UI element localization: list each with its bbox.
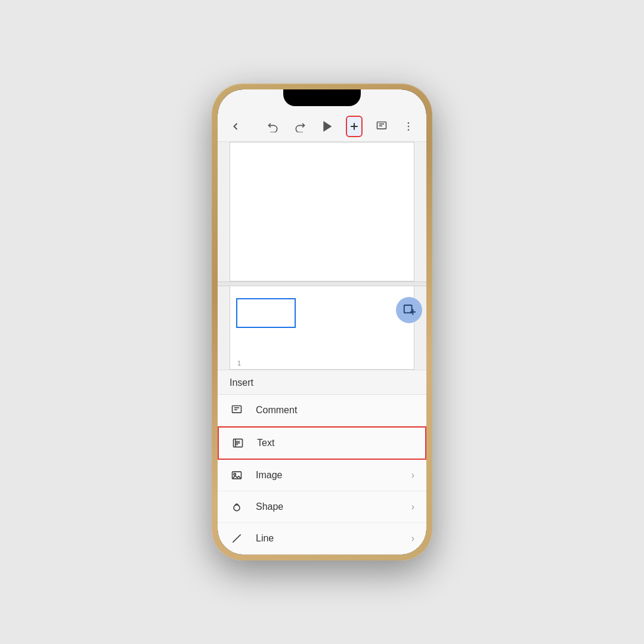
add-button[interactable] <box>346 116 363 137</box>
redo-button[interactable] <box>292 116 308 137</box>
more-icon <box>402 120 414 132</box>
add-slide-icon <box>402 304 416 317</box>
page-number: 1 <box>237 360 241 367</box>
slide-bottom[interactable]: 1 <box>230 286 414 370</box>
image-label: Image <box>256 470 400 481</box>
phone-frame: 1 Insert <box>212 83 432 561</box>
image-chevron-icon: › <box>411 470 414 481</box>
screen: 1 Insert <box>218 89 426 555</box>
svg-point-21 <box>234 473 236 475</box>
redo-icon <box>294 120 306 132</box>
back-button[interactable] <box>227 116 243 137</box>
slide-page-main[interactable] <box>230 142 414 281</box>
svg-line-23 <box>233 534 240 542</box>
undo-button[interactable] <box>265 116 281 137</box>
phone-inner: 1 Insert <box>218 89 426 555</box>
insert-item-line[interactable]: Line › <box>218 523 426 555</box>
svg-marker-0 <box>324 122 331 131</box>
comment-menu-icon <box>230 403 244 417</box>
insert-header: Insert <box>218 370 426 395</box>
svg-point-7 <box>408 125 410 127</box>
notch <box>283 89 361 106</box>
comment-label: Comment <box>256 405 414 416</box>
text-menu-icon <box>231 436 245 450</box>
slide-divider <box>218 281 426 286</box>
play-icon <box>321 120 333 132</box>
line-label: Line <box>256 533 400 544</box>
back-icon <box>230 120 242 132</box>
toolbar <box>218 111 426 142</box>
insert-menu: Insert Comment <box>218 370 426 555</box>
comment-button[interactable] <box>373 116 389 137</box>
slide-text-box[interactable] <box>236 298 296 328</box>
comment-icon <box>376 120 388 132</box>
add-icon <box>348 120 360 132</box>
svg-point-8 <box>408 129 410 131</box>
shape-menu-icon <box>230 500 244 514</box>
insert-item-image[interactable]: Image › <box>218 460 426 491</box>
more-button[interactable] <box>401 116 417 137</box>
undo-icon <box>267 120 279 132</box>
svg-point-6 <box>408 122 410 123</box>
line-chevron-icon: › <box>411 533 414 544</box>
insert-item-shape[interactable]: Shape › <box>218 491 426 523</box>
text-label: Text <box>257 438 413 448</box>
insert-item-text[interactable]: Text <box>218 426 426 460</box>
shape-label: Shape <box>256 501 400 512</box>
slide-area: 1 <box>218 142 426 370</box>
shape-chevron-icon: › <box>411 501 414 512</box>
play-button[interactable] <box>319 116 335 137</box>
image-menu-icon <box>230 468 244 482</box>
insert-item-comment[interactable]: Comment <box>218 395 426 426</box>
line-menu-icon <box>230 531 244 546</box>
add-slide-fab[interactable] <box>396 297 422 323</box>
